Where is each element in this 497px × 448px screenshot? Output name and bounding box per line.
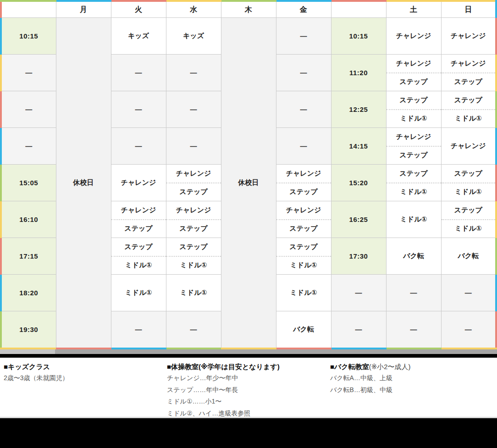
cell-tue-row7: ステップミドル① — [111, 238, 166, 275]
split-cell-wrap: ステップミドル① — [276, 238, 331, 274]
class-entry: チャレンジ — [166, 165, 221, 183]
footer-black-area — [0, 418, 497, 448]
cell-weekend-time-row2: 11:20 — [331, 55, 386, 91]
cell-fri-row5: チャレンジステップ — [276, 165, 331, 201]
cell-sat-row3: ステップミドル① — [386, 91, 441, 128]
cell-wed-row6: チャレンジステップ — [166, 201, 221, 238]
cell-sat-row5: ステップミドル① — [386, 165, 441, 201]
horizontal-scrollbar-thumb[interactable] — [55, 349, 497, 354]
class-entry: ステップ — [166, 238, 221, 256]
cell-tue-row3: — — [111, 91, 166, 128]
cell-sun-row9: — — [441, 311, 496, 349]
schedule-row-1: 10:15休校日キッズキッズ休校日—10:15チャレンジチャレンジ — [1, 18, 496, 55]
cell-sun-row6: ステップミドル① — [441, 201, 496, 238]
cell-wed-row9: — — [166, 311, 221, 349]
class-entry: チャレンジ — [387, 55, 441, 72]
cell-fri-row7: ステップミドル① — [276, 238, 331, 275]
cell-sun-row2: チャレンジステップ — [441, 55, 496, 91]
split-cell-wrap: チャレンジステップ — [166, 165, 221, 201]
cell-mon-closed: 休校日 — [56, 18, 111, 349]
day-header-tue: 火 — [111, 1, 166, 18]
cell-weekday-time-row2: — — [1, 55, 56, 91]
legend-kids-title: ■キッズクラス — [4, 361, 167, 372]
time-header-weekday-time — [1, 1, 56, 18]
cell-tue-row9: — — [111, 311, 166, 349]
cell-weekday-time-row6: 16:10 — [1, 201, 56, 238]
horizontal-scrollbar[interactable] — [0, 349, 497, 354]
cell-wed-row5: チャレンジステップ — [166, 165, 221, 201]
legend: ■キッズクラス 2歳〜3歳（未就園児） ■体操教室(※学年は目安となります) チ… — [0, 358, 497, 418]
schedule-header-row: 月火水木金土日 — [1, 1, 496, 18]
class-entry: ミドル① — [276, 256, 331, 275]
split-cell-wrap: チャレンジステップ — [387, 55, 441, 91]
cell-weekday-time-row1: 10:15 — [1, 18, 56, 55]
cell-sun-row1: チャレンジ — [441, 18, 496, 55]
day-header-wed: 水 — [166, 1, 221, 18]
class-entry: ステップ — [166, 219, 221, 238]
cell-sat-row8: — — [386, 275, 441, 311]
cell-wed-row3: — — [166, 91, 221, 128]
legend-line: ステップ……年中〜年長 — [167, 384, 330, 396]
cell-sat-row2: チャレンジステップ — [386, 55, 441, 91]
cell-wed-row1: キッズ — [166, 18, 221, 55]
day-header-thu: 木 — [221, 1, 276, 18]
cell-thu-closed: 休校日 — [221, 18, 276, 349]
cell-tue-row4: — — [111, 128, 166, 165]
cell-wed-row7: ステップミドル① — [166, 238, 221, 275]
cell-fri-row6: チャレンジステップ — [276, 201, 331, 238]
class-entry: チャレンジ — [166, 201, 221, 219]
class-entry: ステップ — [276, 238, 331, 256]
cell-sat-row9: — — [386, 311, 441, 349]
schedule-header: 月火水木金土日 — [1, 1, 496, 18]
cell-weekend-time-row6: 16:25 — [331, 201, 386, 238]
cell-weekend-time-row4: 14:15 — [331, 128, 386, 165]
divider-band — [0, 354, 497, 358]
cell-weekday-time-row4: — — [1, 128, 56, 165]
cell-sun-row4: チャレンジ — [441, 128, 496, 165]
class-entry: ステップ — [442, 201, 496, 219]
class-entry: ステップ — [276, 219, 331, 238]
legend-backflip-title-text: ■バク転教室 — [330, 363, 369, 371]
legend-section-kids: ■キッズクラス 2歳〜3歳（未就園児） — [4, 361, 167, 417]
cell-fri-row1: — — [276, 18, 331, 55]
legend-backflip-title: ■バク転教室(※小2〜成人) — [330, 361, 493, 372]
schedule-table-area: 月火水木金土日 10:15休校日キッズキッズ休校日—10:15チャレンジチャレン… — [0, 0, 497, 349]
legend-backflip-lines: バク転A…中級、上級バク転B…初級、中級 — [330, 372, 493, 396]
legend-line: ミドル②、ハイ…進級表参照 — [167, 408, 330, 420]
class-entry: ミドル① — [166, 256, 221, 275]
cell-weekend-time-row3: 12:25 — [331, 91, 386, 128]
day-header-sun: 日 — [441, 1, 496, 18]
cell-weekday-time-row3: — — [1, 91, 56, 128]
cell-sun-row3: ステップミドル① — [441, 91, 496, 128]
cell-tue-row8: ミドル① — [111, 275, 166, 311]
legend-line: チャレンジ…年少〜年中 — [167, 372, 330, 384]
cell-wed-row2: — — [166, 55, 221, 91]
legend-section-backflip: ■バク転教室(※小2〜成人) バク転A…中級、上級バク転B…初級、中級 — [330, 361, 493, 417]
class-entry: チャレンジ — [276, 201, 331, 219]
cell-fri-row2: — — [276, 55, 331, 91]
split-cell-wrap: ステップミドル① — [442, 201, 496, 238]
class-entry: ステップ — [442, 165, 496, 183]
class-entry: ミドル① — [387, 183, 441, 201]
legend-gym-title: ■体操教室(※学年は目安となります) — [167, 361, 330, 372]
cell-weekday-time-row7: 17:15 — [1, 238, 56, 275]
cell-tue-row6: チャレンジステップ — [111, 201, 166, 238]
class-entry: ミドル① — [111, 256, 166, 275]
cell-weekday-time-row8: 18:20 — [1, 275, 56, 311]
split-cell-wrap: チャレンジステップ — [276, 165, 331, 201]
cell-fri-row9: バク転 — [276, 311, 331, 349]
cell-weekday-time-row9: 19:30 — [1, 311, 56, 349]
legend-line: 2歳〜3歳（未就園児） — [4, 372, 167, 384]
cell-fri-row8: ミドル① — [276, 275, 331, 311]
split-cell-wrap: チャレンジステップ — [166, 201, 221, 238]
cell-tue-row2: — — [111, 55, 166, 91]
day-header-sat: 土 — [386, 1, 441, 18]
cell-tue-row5: チャレンジ — [111, 165, 166, 201]
split-cell-wrap: チャレンジステップ — [442, 55, 496, 91]
day-header-mon: 月 — [56, 1, 111, 18]
cell-fri-row3: — — [276, 91, 331, 128]
cell-sat-row4: チャレンジステップ — [386, 128, 441, 165]
class-entry: チャレンジ — [442, 55, 496, 72]
legend-backflip-title-suffix: (※小2〜成人) — [369, 363, 411, 371]
class-entry: チャレンジ — [276, 165, 331, 183]
